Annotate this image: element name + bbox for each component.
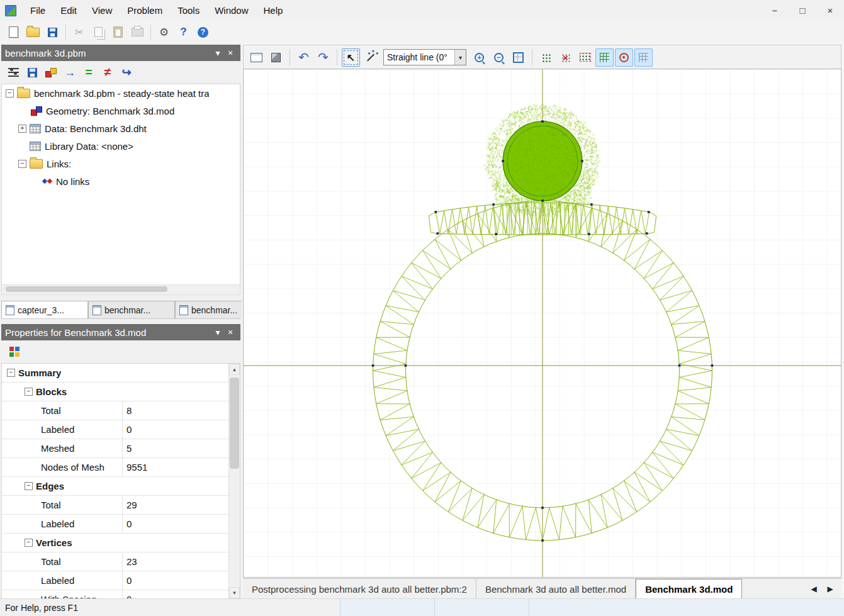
sliders-icon — [8, 68, 19, 77]
tab-scroll-left-icon[interactable]: ◀ — [809, 585, 819, 593]
section-label: Edges — [36, 481, 64, 491]
save-button[interactable] — [43, 23, 62, 42]
blocks-button[interactable] — [42, 64, 60, 82]
transfer-button[interactable]: → — [60, 64, 79, 82]
problem-settings-button[interactable] — [4, 64, 23, 82]
vp-tab-benchmark-3d[interactable]: Benchmark 3d.mod — [636, 579, 742, 599]
expand-icon[interactable]: + — [18, 125, 26, 133]
property-row: Labeled 0 — [2, 420, 229, 439]
menu-bar: File Edit View Problem Tools Window Help… — [0, 0, 844, 21]
menu-edit[interactable]: Edit — [53, 0, 84, 21]
categorize-button[interactable] — [5, 343, 24, 361]
scrollbar-thumb[interactable] — [230, 378, 239, 469]
generate-mesh-button[interactable] — [537, 48, 555, 67]
apply-button[interactable]: ↪ — [117, 64, 136, 82]
tree-item-label: No links — [56, 176, 89, 187]
report-view-button[interactable] — [247, 48, 266, 67]
paste-button[interactable] — [108, 23, 128, 42]
doc-tab-label: capteur_3... — [18, 305, 64, 315]
view-3d-button[interactable] — [267, 48, 285, 67]
collapse-icon[interactable]: − — [18, 160, 26, 168]
tree-item-data[interactable]: + Data: Benchmark 3d.dht — [2, 120, 240, 137]
app-icon — [5, 5, 16, 16]
menu-tools[interactable]: Tools — [170, 0, 207, 21]
tree-item-label: benchmark 3d.pbm - steady-state heat tra — [34, 88, 209, 99]
tree-item-problem[interactable]: − benchmark 3d.pbm - steady-state heat t… — [2, 84, 240, 102]
categorize-icon — [9, 347, 14, 351]
collapse-icon[interactable]: − — [7, 369, 15, 377]
maximize-button[interactable]: □ — [789, 0, 816, 21]
property-section-blocks[interactable]: − Blocks — [2, 383, 229, 401]
about-button[interactable]: ? — [193, 23, 213, 42]
menu-help[interactable]: Help — [256, 0, 291, 21]
tree-item-links[interactable]: − Links: — [2, 155, 240, 172]
new-button[interactable] — [4, 23, 23, 42]
menu-file[interactable]: File — [23, 0, 53, 21]
grid-icon — [639, 53, 648, 62]
cut-button[interactable]: ✂ — [69, 23, 89, 42]
tree-item-no-links[interactable]: No links — [2, 172, 240, 190]
settings-button[interactable]: ⚙ — [154, 23, 174, 42]
chevron-down-icon[interactable]: ▾ — [211, 48, 224, 58]
report-icon — [250, 53, 262, 62]
line-type-select[interactable]: Straight line (0° ▾ — [383, 49, 466, 65]
toggle-nodes-button[interactable] — [615, 48, 633, 67]
close-panel-icon[interactable]: × — [224, 327, 237, 337]
vp-tab-postprocessing[interactable]: Postprocessing benchmark 3d auto all bet… — [243, 579, 476, 599]
delete-mesh-button[interactable]: × — [556, 48, 575, 67]
chevron-down-icon[interactable]: ▾ — [211, 327, 224, 337]
print-button[interactable] — [128, 23, 147, 42]
collapse-icon[interactable]: − — [25, 482, 33, 490]
blocks-icon — [45, 68, 57, 77]
box-select-mesh-button[interactable] — [576, 48, 594, 67]
collapse-icon[interactable]: − — [25, 539, 33, 547]
menu-problem[interactable]: Problem — [120, 0, 170, 21]
not-equal-filter-button[interactable]: ≠ — [98, 64, 117, 82]
tree-item-geometry[interactable]: Geometry: Benchmark 3d.mod — [2, 102, 240, 120]
zoom-out-button[interactable]: − — [490, 48, 508, 67]
property-section-summary[interactable]: − Summary — [2, 364, 229, 383]
zoom-in-button[interactable]: + — [470, 48, 488, 67]
properties-vertical-scrollbar[interactable]: ▲ ▼ — [228, 364, 240, 598]
help-arrow-icon: ? — [180, 26, 186, 38]
equal-filter-button[interactable]: = — [79, 64, 98, 82]
context-help-button[interactable]: ? — [174, 23, 193, 42]
doc-tab-label: benchmar... — [104, 305, 150, 315]
minimize-button[interactable]: − — [761, 0, 789, 21]
gear-icon: ⚙ — [159, 27, 169, 38]
property-value: 8 — [122, 401, 229, 420]
property-section-edges[interactable]: − Edges — [2, 477, 229, 496]
zoom-fit-button[interactable] — [509, 48, 527, 67]
doc-tab-benchmark-1[interactable]: benchmar... — [88, 301, 175, 318]
scrollbar-thumb[interactable] — [6, 286, 167, 292]
model-canvas[interactable] — [243, 69, 841, 578]
menu-window[interactable]: Window — [207, 0, 256, 21]
tab-scroll-right-icon[interactable]: ▶ — [825, 585, 835, 593]
menu-view[interactable]: View — [84, 0, 120, 21]
open-button[interactable] — [23, 23, 43, 42]
close-panel-icon[interactable]: × — [224, 48, 237, 58]
select-tool-button[interactable]: ↖ — [342, 48, 360, 67]
redo-button[interactable]: ↷ — [314, 48, 332, 67]
toolbar-separator — [532, 49, 532, 65]
tree-horizontal-scrollbar[interactable] — [1, 284, 240, 295]
collapse-icon[interactable]: − — [25, 388, 33, 396]
doc-tab-capteur[interactable]: capteur_3... — [1, 301, 88, 318]
property-label: Labeled — [41, 424, 122, 435]
property-section-vertices[interactable]: − Vertices — [2, 534, 229, 552]
copy-button[interactable] — [89, 23, 108, 42]
vp-tab-benchmark-better[interactable]: Benchmark 3d auto all better.mod — [476, 579, 636, 599]
property-row: Total 29 — [2, 496, 229, 515]
toggle-mesh-button[interactable] — [595, 48, 614, 67]
close-button[interactable]: × — [816, 0, 844, 21]
magic-wand-tool-button[interactable] — [361, 48, 380, 67]
tree-item-library-data[interactable]: Library Data: <none> — [2, 137, 240, 155]
save-problem-button[interactable] — [23, 64, 42, 82]
scroll-down-icon[interactable]: ▼ — [229, 587, 240, 598]
collapse-icon[interactable]: − — [6, 89, 14, 98]
scroll-up-icon[interactable]: ▲ — [229, 364, 240, 375]
property-label: Labeled — [41, 518, 122, 529]
toggle-grid-button[interactable] — [634, 48, 653, 67]
chevron-down-icon[interactable]: ▾ — [454, 50, 466, 65]
undo-button[interactable]: ↶ — [295, 48, 313, 67]
